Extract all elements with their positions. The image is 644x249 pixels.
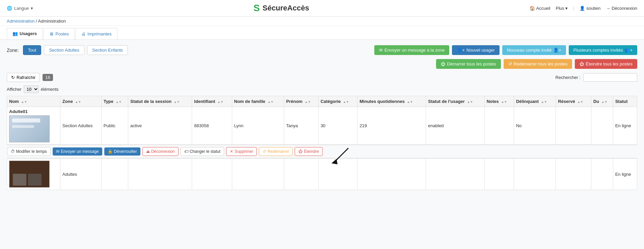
delete-button[interactable]: ✕ Supprimer bbox=[226, 147, 257, 156]
sort-minutes: ▲▼ bbox=[407, 100, 413, 104]
soutien-link[interactable]: 👤 soutien bbox=[580, 6, 600, 11]
table-controls: ↻ Rafraîchir 16 Rechercher : bbox=[7, 73, 637, 82]
plus-menu[interactable]: Plus ▾ bbox=[556, 6, 568, 11]
col-zone[interactable]: Zone ▲▼ bbox=[60, 96, 101, 107]
afficher-select[interactable]: 10 25 50 bbox=[24, 85, 39, 93]
tab-postes[interactable]: 🖥 Postes bbox=[44, 28, 75, 39]
cell-nom-1: Adulte01 bbox=[7, 107, 60, 145]
restart-all-button[interactable]: ↺ Redémarrer tous les postes bbox=[504, 59, 572, 69]
restart-icon: ↺ bbox=[508, 61, 512, 66]
cell-notes-1 bbox=[484, 107, 514, 145]
restart-button[interactable]: ↺ Redémarrer bbox=[259, 147, 293, 156]
postes-icon: 🖥 bbox=[49, 31, 54, 36]
zone-actions-right: ✉ Envoyer un message à la zone 👤+ Nouvel… bbox=[374, 45, 637, 55]
tab-postes-label: Postes bbox=[55, 31, 69, 36]
zone-label: Zone: bbox=[7, 48, 19, 53]
tab-usagers-label: Usagers bbox=[20, 31, 37, 36]
disconnect-icon: ⏏ bbox=[146, 149, 150, 154]
svg-marker-1 bbox=[331, 159, 338, 164]
clock-icon: ⏱ bbox=[11, 149, 15, 154]
table-controls-left: ↻ Rafraîchir 16 bbox=[7, 73, 53, 82]
accueil-label: Accueil bbox=[536, 6, 551, 11]
col-statut-usager[interactable]: Statut de l'usager ▲▼ bbox=[426, 96, 484, 107]
afficher-row: Afficher 10 25 50 éléments bbox=[7, 85, 637, 93]
brand-logo: S bbox=[253, 3, 260, 13]
col-type[interactable]: Type ▲▼ bbox=[101, 96, 128, 107]
cell-statut-2: En ligne bbox=[613, 159, 637, 190]
zone-filter-tout[interactable]: Tout bbox=[23, 45, 42, 55]
start-all-button[interactable]: ⏻ Démarrer tous les postes bbox=[436, 59, 501, 69]
cell-prenom-1: Tanya bbox=[284, 107, 318, 145]
nav-separator: | bbox=[573, 6, 574, 11]
sort-zone: ▲▼ bbox=[75, 100, 81, 104]
sort-statut-session: ▲▼ bbox=[174, 100, 180, 104]
tab-imprimantes-label: Imprimantes bbox=[87, 31, 112, 36]
cell-statut-session-1: active bbox=[128, 107, 192, 145]
thumbnail-2 bbox=[9, 161, 50, 188]
users-table: Nom ▲▼ Zone ▲▼ Type ▲▼ Statut de la sess… bbox=[7, 96, 637, 190]
col-prenom[interactable]: Prénom ▲▼ bbox=[284, 96, 318, 107]
col-delinquant[interactable]: Délinquant ▲▼ bbox=[514, 96, 556, 107]
col-nom-famille[interactable]: Nom de famille ▲▼ bbox=[232, 96, 284, 107]
col-categorie[interactable]: Catégorie ▲▼ bbox=[318, 96, 357, 107]
tab-imprimantes[interactable]: 🖨 Imprimantes bbox=[76, 28, 117, 39]
cell-categorie-1: 30 bbox=[318, 107, 357, 145]
send-message-zone-button[interactable]: ✉ Envoyer un message à la zone bbox=[374, 45, 450, 55]
modify-time-button[interactable]: ⏱ Modifier le temps bbox=[7, 147, 51, 156]
change-status-button[interactable]: 🏷 Changer le statut bbox=[181, 147, 224, 156]
zone-filter-enfants[interactable]: Section Enfants bbox=[87, 45, 128, 55]
cell-statut-usager-1: enabled bbox=[426, 107, 484, 145]
globe-icon: 🌐 bbox=[7, 6, 12, 11]
new-guest-button[interactable]: Nouveau compte invité 👤+ bbox=[502, 45, 566, 55]
col-minutes[interactable]: Minutes quotidiennes ▲▼ bbox=[357, 96, 426, 107]
new-user-button[interactable]: 👤+ Nouvel usager bbox=[452, 45, 499, 55]
table-row[interactable]: Adultes En ligne bbox=[7, 159, 637, 190]
cell-type-2 bbox=[101, 159, 128, 190]
multiple-guests-button[interactable]: Plusieurs comptes invités 👥+ bbox=[569, 45, 637, 55]
multiple-guests-icon: 👥+ bbox=[624, 48, 633, 53]
sort-reserve: ▲▼ bbox=[577, 100, 583, 104]
search-input[interactable] bbox=[583, 73, 637, 82]
envelope-row-icon: ✉ bbox=[56, 149, 59, 154]
col-du[interactable]: Du ▲▼ bbox=[591, 96, 613, 107]
thumbnail-1 bbox=[9, 115, 50, 142]
sort-delinquant: ▲▼ bbox=[541, 100, 547, 104]
accueil-link[interactable]: 🏠 Accueil bbox=[530, 6, 551, 11]
language-selector[interactable]: 🌐 Langue ▾ bbox=[7, 6, 33, 11]
col-notes[interactable]: Notes ▲▼ bbox=[484, 96, 514, 107]
zone-filter-bar: Zone: Tout Section Adultes Section Enfan… bbox=[7, 45, 637, 55]
cell-prenom-2 bbox=[284, 159, 318, 190]
count-badge: 16 bbox=[43, 74, 53, 81]
afficher-label: Afficher bbox=[7, 87, 22, 92]
shutdown-all-button[interactable]: ⏻ Éteindre tous les postes bbox=[575, 59, 637, 69]
table-row[interactable]: Adulte01 Section Adultes Public active 8… bbox=[7, 107, 637, 145]
restart-row-icon: ↺ bbox=[263, 149, 266, 154]
imprimantes-icon: 🖨 bbox=[81, 31, 86, 36]
zone-filter-adultes[interactable]: Section Adultes bbox=[44, 45, 84, 55]
breadcrumb-admin-link[interactable]: Administration bbox=[7, 19, 34, 24]
send-message-button[interactable]: ✉ Envoyer un message bbox=[53, 147, 102, 156]
disconnect-button[interactable]: ⏏ Déconnexion bbox=[142, 147, 179, 156]
zone-filter-left: Zone: Tout Section Adultes Section Enfan… bbox=[7, 45, 128, 55]
nav-right: 🏠 Accueil Plus ▾ | 👤 soutien → Déconnexi… bbox=[530, 6, 637, 11]
tab-usagers[interactable]: 👥 Usagers bbox=[7, 28, 43, 39]
shutdown-button[interactable]: ⏻ Éteindre bbox=[295, 147, 323, 156]
col-identifiant[interactable]: Identifiant ▲▼ bbox=[192, 96, 232, 107]
svg-line-0 bbox=[335, 148, 348, 162]
refresh-button[interactable]: ↻ Rafraîchir bbox=[7, 73, 40, 82]
search-label: Rechercher : bbox=[556, 75, 581, 80]
col-nom[interactable]: Nom ▲▼ bbox=[7, 96, 60, 107]
cell-notes-2 bbox=[484, 159, 514, 190]
home-icon: 🏠 bbox=[530, 6, 535, 11]
col-reserve[interactable]: Réservé ▲▼ bbox=[556, 96, 591, 107]
sort-identifiant: ▲▼ bbox=[217, 100, 223, 104]
col-statut-session[interactable]: Statut de la session ▲▼ bbox=[128, 96, 192, 107]
sort-type: ▲▼ bbox=[116, 100, 122, 104]
row-action-bar-row: ⏱ Modifier le temps ✉ Envoyer un message… bbox=[7, 145, 637, 159]
unlock-button[interactable]: 🔓 Déverrouiller bbox=[104, 147, 140, 156]
cell-delinquant-1: No bbox=[514, 107, 556, 145]
deconnexion-link[interactable]: → Déconnexion bbox=[606, 6, 637, 11]
cell-identifiant-1: 883058 bbox=[192, 107, 232, 145]
cell-reserve-1 bbox=[556, 107, 591, 145]
envelope-icon: ✉ bbox=[379, 48, 383, 53]
